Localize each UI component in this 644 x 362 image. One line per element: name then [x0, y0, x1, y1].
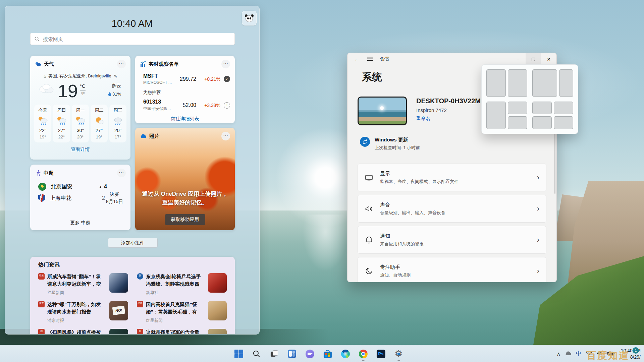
photos-widget[interactable]: 照片 ⋯ 通过从 OneDrive 应用上传照片，重温美好的记忆。 获取移动应用: [135, 128, 235, 230]
settings-item-sound[interactable]: 声音 音量级别、输出、输入、声音设备 ›: [358, 195, 546, 223]
chrome-button[interactable]: [359, 349, 368, 358]
search-input[interactable]: [43, 36, 230, 42]
close-button[interactable]: ✕: [541, 53, 556, 66]
stock-row[interactable]: MSFT MICROSOFT ... 299.72 +0.21% ✓: [143, 73, 230, 85]
widgets-search-bar[interactable]: [30, 33, 235, 45]
sun-cloud-icon: [91, 116, 108, 126]
snap-layout-wide-left[interactable]: [532, 69, 574, 97]
news-item[interactable]: 红星 斯威汽车营销“翻车”！承诺意大利夺冠送新车，变成了跑… 红星新闻: [38, 273, 128, 296]
news-item[interactable]: 新 这就是残奥冠军的含金量 分: [137, 329, 227, 335]
chat-button[interactable]: [305, 349, 314, 358]
cloud-icon: [38, 82, 55, 94]
recommended-label: 为您推荐: [143, 89, 235, 96]
titlebar[interactable]: ← 设置 – ✕: [347, 53, 556, 66]
news-thumbnail: [208, 301, 227, 320]
widgets-account-button[interactable]: [242, 11, 257, 25]
stock-symbol: 601318: [143, 99, 171, 105]
edge-button[interactable]: [341, 349, 350, 358]
forecast-day[interactable]: 周二 27° 19°: [91, 105, 108, 142]
snap-layout-quad[interactable]: [532, 102, 574, 129]
photoshop-button[interactable]: Ps: [376, 349, 385, 358]
stock-row[interactable]: 601318 中国平安保险... 52.00 +3.38% +: [143, 99, 230, 112]
watchlist-added-icon[interactable]: ✓: [224, 76, 230, 82]
edit-location-icon[interactable]: ✎: [114, 74, 117, 79]
windows-update-row[interactable]: Windows 更新 上次检查时间: 1 小时前: [360, 137, 420, 151]
precipitation-value: 31%: [112, 92, 121, 97]
news-item[interactable]: 红星 国内高校首只克隆猫“征婚”：需英国长毛猫，有“亿点点”… 红星新闻: [137, 301, 227, 323]
forecast-day[interactable]: 周一 30° 20°: [72, 105, 89, 142]
bell-icon: [358, 236, 380, 244]
rename-link[interactable]: 重命名: [416, 116, 481, 122]
update-subtitle: 上次检查时间: 1 小时前: [375, 145, 420, 151]
settings-item-display[interactable]: 显示 监视器、亮度、夜间模式、显示配置文件 ›: [358, 164, 546, 191]
more-sports-link[interactable]: 更多 中超: [30, 220, 130, 226]
edge-icon: [341, 350, 350, 358]
ime-indicator[interactable]: 中: [576, 350, 581, 357]
snap-layout-left-plus-stack[interactable]: [486, 102, 528, 129]
weather-widget[interactable]: 天气 ⋯ ⌂ 美国, 宾夕法尼亚州, Breinigsville ✎ 19 °C…: [30, 56, 130, 160]
unit-toggle[interactable]: °C °F: [80, 83, 86, 96]
stock-name: 中国平安保险...: [143, 106, 171, 112]
taskbar-search-button[interactable]: [252, 349, 261, 358]
onedrive-tray-icon[interactable]: [565, 351, 572, 357]
stock-symbol: MSFT: [143, 73, 172, 79]
microsoft-store-button[interactable]: [323, 349, 332, 358]
chevron-right-icon: ›: [537, 267, 539, 276]
weather-details-link[interactable]: 查看详情: [30, 146, 130, 153]
news-item[interactable]: 新 东京残奥会|轮椅乒乓选手冯攀峰、刘静实现残奥四连冠 新华社: [137, 273, 227, 296]
snap-layouts-flyout: [481, 64, 578, 134]
photos-caption: 通过从 OneDrive 应用上传照片，重温美好的记忆。: [140, 190, 230, 207]
windows-logo-icon: [234, 350, 243, 358]
minimize-button[interactable]: –: [510, 53, 526, 66]
forecast-day[interactable]: 周日 27° 22°: [53, 105, 70, 142]
news-item[interactable]: 浦东 这种“螺”千万别吃，如发现请向水务部门报告 浦东时报 NO!: [38, 301, 128, 323]
watermark-text: 百度知道: [586, 349, 629, 362]
onedrive-icon: [140, 134, 147, 138]
sun-cloud-rain-icon: [34, 116, 51, 126]
notification-count-badge[interactable]: 1: [633, 347, 639, 354]
news-source-icon: 红星: [137, 301, 143, 307]
widgets-button[interactable]: [287, 349, 297, 358]
photos-more-button[interactable]: ⋯: [221, 132, 230, 140]
taskbar: Ps ⚙ ∧ 中: [0, 345, 644, 362]
forecast-day[interactable]: 今天 22° 19°: [34, 105, 51, 142]
news-thumbnail: NO!: [109, 301, 128, 320]
add-to-watchlist-icon[interactable]: +: [224, 102, 230, 109]
stocks-title: 实时观察名单: [149, 61, 179, 67]
news-item[interactable]: 剧 《扫黑风暴》超前点播被投诉: [38, 329, 128, 335]
winner-marker-icon: ◂: [99, 185, 101, 189]
get-mobile-app-button[interactable]: 获取移动应用: [165, 214, 205, 225]
tray-chevron-up-icon[interactable]: ∧: [557, 351, 560, 357]
start-button[interactable]: [234, 349, 243, 358]
chevron-right-icon: ›: [537, 204, 539, 213]
news-thumbnail: [208, 329, 227, 335]
window-title: 设置: [380, 56, 390, 62]
celsius-label[interactable]: °C: [80, 83, 86, 90]
speaker-icon: [358, 204, 380, 213]
stocks-detail-link[interactable]: 前往详细列表: [135, 116, 235, 122]
stock-name: MICROSOFT ...: [143, 80, 172, 85]
back-icon[interactable]: ←: [354, 56, 360, 63]
hamburger-menu-icon[interactable]: [367, 56, 373, 62]
snap-layout-two-columns[interactable]: [486, 69, 528, 97]
settings-item-focus-assist[interactable]: 专注助手 通知、自动规则 ›: [358, 257, 546, 282]
add-widget-button[interactable]: 添加小组件: [108, 238, 158, 248]
widgets-clock: 10:40 AM: [5, 18, 259, 29]
sports-more-button[interactable]: ⋯: [117, 169, 126, 177]
photoshop-icon: Ps: [376, 350, 385, 358]
stocks-widget[interactable]: 实时观察名单 ⋯ MSFT MICROSOFT ... 299.72 +0.21…: [135, 56, 235, 123]
settings-button[interactable]: ⚙: [394, 349, 403, 358]
stocks-more-button[interactable]: ⋯: [221, 60, 230, 68]
weather-more-button[interactable]: ⋯: [117, 60, 126, 68]
team1-score: 4: [104, 184, 107, 190]
photos-title: 照片: [149, 133, 159, 139]
settings-item-notifications[interactable]: 通知 来自应用和系统的警报 ›: [358, 226, 546, 254]
sports-widget[interactable]: 中超 ⋯ 北京国安 4 ◂ 上海申花 2 决赛 8月15日 更多 中超: [30, 165, 130, 230]
news-source-icon: 剧: [38, 329, 45, 335]
fahrenheit-label[interactable]: °F: [80, 90, 86, 96]
task-view-button[interactable]: [270, 349, 279, 358]
forecast-day[interactable]: 周三 20° 17°: [109, 105, 126, 142]
stock-change: +3.38%: [201, 103, 220, 108]
weather-title: 天气: [44, 61, 54, 67]
maximize-button[interactable]: [526, 53, 541, 66]
